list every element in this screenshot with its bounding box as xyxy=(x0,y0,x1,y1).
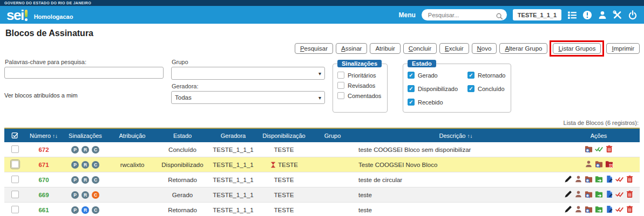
priority-flag-icon[interactable]: P xyxy=(71,146,79,154)
group-select[interactable]: ▾ xyxy=(171,67,325,80)
folder-search-icon[interactable] xyxy=(595,160,603,168)
novo-button[interactable]: Novo xyxy=(472,43,497,54)
power-icon[interactable] xyxy=(628,10,638,20)
block-number-link[interactable]: 671 xyxy=(38,162,49,168)
folder-arrow-icon[interactable] xyxy=(595,190,603,198)
sort-arrows-icon[interactable]: ↑↓ xyxy=(467,133,472,139)
block-description[interactable]: teste xyxy=(358,207,372,213)
reviewed-flag-icon[interactable]: R xyxy=(82,146,89,154)
folder-arrow-icon[interactable] xyxy=(595,175,603,183)
pen-icon[interactable] xyxy=(564,205,572,213)
check-red-icon[interactable] xyxy=(615,190,623,198)
view-my-blocks-link[interactable]: Ver blocos atribuídos a mim xyxy=(4,92,164,99)
listar-grupos-button[interactable]: Listar Grupos xyxy=(553,43,601,54)
gerado-checkbox[interactable]: ✓ xyxy=(408,72,415,79)
doc-pen-icon[interactable] xyxy=(605,190,613,198)
sort-arrows-icon[interactable]: ↑↓ xyxy=(52,133,58,139)
block-number-link[interactable]: 661 xyxy=(38,207,49,213)
global-search-input[interactable] xyxy=(427,11,496,19)
column-header-numero[interactable]: Número↑↓ xyxy=(26,128,62,142)
folder-search-icon[interactable] xyxy=(585,145,593,153)
pen-icon[interactable] xyxy=(564,190,572,198)
folder-search-icon[interactable] xyxy=(585,190,593,198)
reviewed-flag-icon[interactable]: R xyxy=(82,176,89,184)
priority-flag-icon[interactable]: P xyxy=(71,161,79,169)
column-label: Grupo xyxy=(324,133,341,139)
assinar-button[interactable]: Assinar xyxy=(336,43,367,54)
person-icon[interactable] xyxy=(574,190,582,198)
block-description[interactable]: teste de circular xyxy=(358,177,402,183)
trash-icon[interactable] xyxy=(626,175,634,183)
person-icon[interactable] xyxy=(585,160,593,168)
comentados-checkbox[interactable] xyxy=(337,92,344,99)
keywords-input[interactable] xyxy=(4,67,164,79)
folder-search-icon[interactable] xyxy=(585,205,593,213)
priority-flag-icon[interactable]: P xyxy=(71,176,79,184)
commented-flag-icon[interactable]: C xyxy=(92,191,99,199)
check-red-icon[interactable] xyxy=(615,205,623,213)
block-description[interactable]: teste COOGSEI Bloco sem disponibilizar xyxy=(358,147,471,153)
search-icon[interactable] xyxy=(496,11,503,19)
user-icon[interactable] xyxy=(598,10,607,20)
row-checkbox[interactable] xyxy=(11,191,19,198)
block-number-link[interactable]: 669 xyxy=(38,192,49,198)
folder-x-icon[interactable] xyxy=(605,160,613,168)
person-icon[interactable] xyxy=(574,205,582,213)
alterar-grupo-button[interactable]: Alterar Grupo xyxy=(499,43,547,54)
recebido-checkbox[interactable]: ✓ xyxy=(408,99,415,106)
check-green-icon[interactable] xyxy=(595,145,603,153)
row-checkbox[interactable] xyxy=(11,145,19,153)
commented-flag-icon[interactable]: C xyxy=(92,146,99,154)
reviewed-flag-icon[interactable]: R xyxy=(82,206,89,214)
pesquisar-button[interactable]: Pesquisar xyxy=(295,43,333,54)
atribuicao-cell xyxy=(109,187,155,203)
imprimir-button[interactable]: Imprimir xyxy=(606,43,640,54)
row-checkbox[interactable] xyxy=(11,161,19,168)
row-checkbox[interactable] xyxy=(11,206,19,213)
column-header-sinalizacoes: Sinalizações xyxy=(62,128,109,142)
alert-icon[interactable] xyxy=(582,10,592,20)
atribuir-button[interactable]: Atribuir xyxy=(370,43,400,54)
tools-icon[interactable] xyxy=(613,10,622,20)
menu-button[interactable]: Menu xyxy=(399,11,416,19)
folder-arrow-icon[interactable] xyxy=(595,205,603,213)
trash-icon[interactable] xyxy=(605,145,613,153)
select-all-icon[interactable] xyxy=(11,130,19,138)
priority-flag-icon[interactable]: P xyxy=(71,191,79,199)
column-header-descricao[interactable]: Descrição↑↓ xyxy=(354,128,558,142)
block-number-link[interactable]: 670 xyxy=(38,177,49,183)
generator-select[interactable]: Todas ▾ xyxy=(171,91,325,104)
concluido-checkbox[interactable]: ✓ xyxy=(467,85,474,92)
commented-flag-icon[interactable]: C xyxy=(92,206,99,214)
trash-icon[interactable] xyxy=(626,190,634,198)
doc-pen-icon[interactable] xyxy=(605,205,613,213)
block-description[interactable]: Teste COOGSEI Novo Bloco xyxy=(358,162,437,168)
assigned-user-link[interactable]: rwcalixto xyxy=(120,162,145,168)
prioritarios-checkbox[interactable] xyxy=(337,72,344,79)
reviewed-flag-icon[interactable]: R xyxy=(82,191,89,199)
current-unit-button[interactable]: TESTE_1_1_1 xyxy=(513,9,561,20)
reviewed-flag-icon[interactable]: R xyxy=(82,161,89,169)
descricao-cell: teste xyxy=(354,203,558,216)
doc-pen-icon[interactable] xyxy=(605,175,613,183)
trash-icon[interactable] xyxy=(626,205,634,213)
retornado-checkbox[interactable]: ✓ xyxy=(467,72,474,79)
row-checkbox[interactable] xyxy=(11,176,19,183)
priority-flag-icon[interactable]: P xyxy=(71,206,79,214)
check-red-icon[interactable] xyxy=(615,175,623,183)
select-all-header[interactable] xyxy=(4,128,26,142)
person-icon[interactable] xyxy=(574,175,582,183)
filter-option-retornado: ✓Retornado xyxy=(467,72,505,79)
sei-logo[interactable]: sei Homologacao xyxy=(6,9,73,22)
concluir-button[interactable]: Concluir xyxy=(403,43,437,54)
commented-flag-icon[interactable]: C xyxy=(92,176,99,184)
block-description[interactable]: teste xyxy=(358,192,372,198)
revisados-checkbox[interactable] xyxy=(337,82,344,89)
block-number-link[interactable]: 672 xyxy=(38,147,49,153)
list-icon[interactable] xyxy=(567,10,577,20)
pen-icon[interactable] xyxy=(564,175,572,183)
commented-flag-icon[interactable]: C xyxy=(92,161,99,169)
folder-search-icon[interactable] xyxy=(585,175,593,183)
disponibilizado-checkbox[interactable]: ✓ xyxy=(408,85,415,92)
excluir-button[interactable]: Excluir xyxy=(439,43,469,54)
